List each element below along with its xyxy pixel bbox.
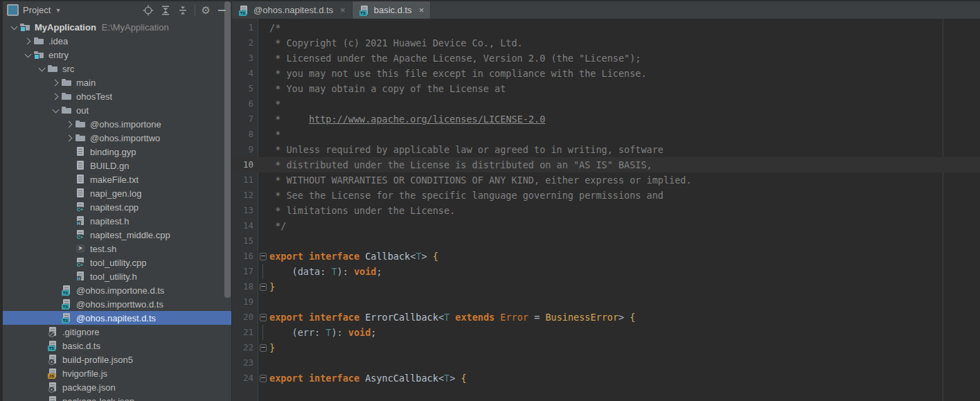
project-view-dropdown[interactable]: Project ▾ <box>7 4 60 16</box>
chevron-collapsed-icon[interactable] <box>64 136 75 141</box>
chevron-collapsed-icon[interactable] <box>22 39 33 44</box>
tree-item-napi-gen-log[interactable]: napi_gen.log <box>3 186 231 200</box>
fold-marker-icon[interactable] <box>260 344 267 352</box>
chevron-expanded-icon[interactable] <box>8 26 19 29</box>
tree-item-napitest-middle-cpp[interactable]: C+napitest_middle.cpp <box>3 228 231 242</box>
editor-line-23[interactable]: 23 <box>232 355 980 371</box>
editor-line-24[interactable]: 24export interface AsyncCallback<T> { <box>232 371 980 386</box>
chevron-collapsed-icon[interactable] <box>50 94 61 99</box>
tree-item-build-gn[interactable]: BUILD.gn <box>3 159 231 172</box>
fold-column[interactable] <box>258 279 269 294</box>
gear-icon[interactable]: ⚙ <box>202 5 211 15</box>
editor-line-2[interactable]: 2 * Copyright (c) 2021 Huawei Device Co.… <box>232 35 980 51</box>
fold-marker-icon[interactable] <box>260 375 267 382</box>
editor-line-18[interactable]: 18} <box>232 279 980 294</box>
fold-column[interactable] <box>258 264 269 279</box>
editor-line-7[interactable]: 7 * http://www.apache.org/licenses/LICEN… <box>232 112 980 127</box>
fold-column[interactable] <box>258 340 269 355</box>
fold-column <box>258 127 269 142</box>
chevron-expanded-icon[interactable] <box>50 109 61 112</box>
fold-marker-icon[interactable] <box>260 253 267 260</box>
tree-item--ohos-importone[interactable]: @ohos.importone <box>3 117 231 131</box>
tree-item-package-json[interactable]: package.json <box>3 380 231 394</box>
close-icon[interactable]: × <box>340 6 346 15</box>
tree-item-label: tool_utility.cpp <box>90 258 146 268</box>
editor-line-4[interactable]: 4 * you may not use this file except in … <box>232 66 980 81</box>
tree-item-package-lock-json[interactable]: package-lock.json <box>3 394 231 401</box>
tree-item-hvigorfile-js[interactable]: JShvigorfile.js <box>3 366 231 380</box>
editor-line-19[interactable]: 19 <box>232 294 980 310</box>
tree-item--ohos-importtwo[interactable]: @ohos.importtwo <box>3 131 231 145</box>
tree-item--ohos-napitest-d-ts[interactable]: TS@ohos.napitest.d.ts <box>3 311 231 325</box>
chevron-collapsed-icon[interactable] <box>50 80 61 85</box>
tree-item-ohostest[interactable]: ohosTest <box>3 89 231 103</box>
tree-item-main[interactable]: main <box>3 75 231 89</box>
fold-marker-icon[interactable] <box>260 314 267 321</box>
fold-column <box>258 172 269 188</box>
line-number: 22 <box>232 340 258 355</box>
tree-item-label: binding.gyp <box>90 147 136 157</box>
line-number: 16 <box>232 249 258 264</box>
tree-item-basic-d-ts[interactable]: TSbasic.d.ts <box>3 339 231 353</box>
tree-item-src[interactable]: src <box>3 62 231 75</box>
tree-item-label: .idea <box>48 36 68 46</box>
tree-item-label: @ohos.importone.d.ts <box>76 285 164 296</box>
tree-item-tool-utility-h[interactable]: Htool_utility.h <box>3 269 231 283</box>
editor-line-11[interactable]: 11 * WITHOUT WARRANTIES OR CONDITIONS OF… <box>232 172 980 188</box>
tree-item-out[interactable]: out <box>3 103 231 117</box>
locate-file-button[interactable] <box>143 5 154 16</box>
editor-line-15[interactable]: 15 <box>232 233 980 249</box>
tree-item--idea[interactable]: .idea <box>3 34 231 48</box>
chevron-expanded-icon[interactable] <box>22 53 33 57</box>
editor-line-1[interactable]: 1/* <box>232 20 980 35</box>
editor-line-22[interactable]: 22} <box>232 340 980 355</box>
collapse-icon <box>177 5 188 16</box>
editor-line-3[interactable]: 3 * Licensed under the Apache License, V… <box>232 51 980 66</box>
tree-item-label: napi_gen.log <box>90 188 141 199</box>
code-editor[interactable]: 1/*2 * Copyright (c) 2021 Huawei Device … <box>232 19 980 401</box>
fold-range-line <box>262 325 263 340</box>
tree-item-entry[interactable]: entry <box>3 48 231 62</box>
editor-line-21[interactable]: 21 (err: T): void; <box>232 325 980 340</box>
editor-line-13[interactable]: 13 * limitations under the License. <box>232 203 980 218</box>
collapse-all-icon <box>160 5 171 16</box>
fold-marker-icon[interactable] <box>260 283 267 291</box>
code-text: /* <box>269 20 980 35</box>
close-icon[interactable]: × <box>419 6 425 15</box>
line-number: 3 <box>232 51 258 66</box>
fold-column[interactable] <box>258 371 269 386</box>
chevron-collapsed-icon[interactable] <box>64 122 75 127</box>
tree-item--ohos-importone-d-ts[interactable]: TS@ohos.importone.d.ts <box>3 283 231 297</box>
collapse-all-button[interactable] <box>177 5 188 16</box>
fold-column[interactable] <box>258 249 269 264</box>
editor-line-8[interactable]: 8 * <box>232 127 980 142</box>
editor-line-6[interactable]: 6 * <box>232 96 980 112</box>
tree-item-makefile-txt[interactable]: makeFile.txt <box>3 172 231 186</box>
tree-item-build-profile-json5[interactable]: build-profile.json5 <box>3 353 231 366</box>
editor-line-14[interactable]: 14 */ <box>232 218 980 233</box>
tree-item-test-sh[interactable]: >test.sh <box>3 242 231 256</box>
tree-item-label: napitest_middle.cpp <box>90 230 170 240</box>
fold-column[interactable] <box>258 325 269 340</box>
tree-item-binding-gyp[interactable]: binding.gyp <box>3 145 231 159</box>
tree-item-napitest-h[interactable]: Hnapitest.h <box>3 214 231 228</box>
expand-collapse-button[interactable] <box>160 5 171 16</box>
tree-item--ohos-importtwo-d-ts[interactable]: TS@ohos.importtwo.d.ts <box>3 297 231 311</box>
tree-item-tool-utility-cpp[interactable]: C+tool_utility.cpp <box>3 256 231 269</box>
tree-scrollbar[interactable] <box>224 1 231 298</box>
editor-line-9[interactable]: 9 * Unless required by applicable law or… <box>232 142 980 157</box>
editor-line-17[interactable]: 17 (data: T): void; <box>232 264 980 279</box>
tab-basic-dts[interactable]: TS basic.d.ts × <box>353 1 431 19</box>
tab-ohos-napitest[interactable]: TS @ohos.napitest.d.ts × <box>232 1 353 19</box>
editor-line-20[interactable]: 20export interface ErrorCallback<T exten… <box>232 310 980 325</box>
tree-item-napitest-cpp[interactable]: C+napitest.cpp <box>3 200 231 214</box>
tree-item--gitignore[interactable]: .gitignore <box>3 325 231 339</box>
editor-line-10[interactable]: 10 * distributed under the License is di… <box>232 157 980 172</box>
editor-line-16[interactable]: 16export interface Callback<T> { <box>232 249 980 264</box>
fold-column[interactable] <box>258 310 269 325</box>
editor-line-12[interactable]: 12 * See the License for the specific la… <box>232 188 980 203</box>
chevron-expanded-icon[interactable] <box>36 67 47 71</box>
tree-item-myapplication[interactable]: MyApplicationE:\MyApplication <box>3 20 231 34</box>
editor-line-5[interactable]: 5 * You may obtain a copy of the License… <box>232 81 980 96</box>
code-text: } <box>269 279 980 294</box>
